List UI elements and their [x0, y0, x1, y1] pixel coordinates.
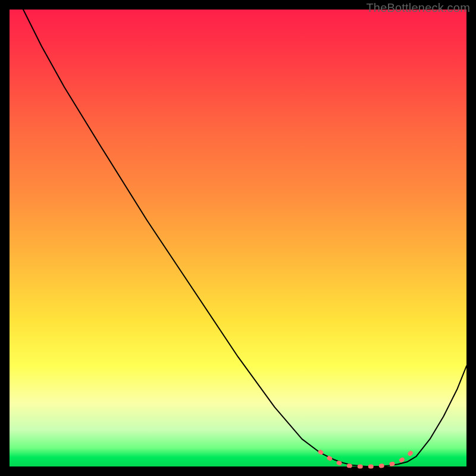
bottleneck-curve: [23, 10, 466, 466]
chart-svg: [10, 10, 466, 466]
chart-frame: TheBottleneck.com: [0, 0, 476, 476]
plot-area: [10, 10, 466, 466]
